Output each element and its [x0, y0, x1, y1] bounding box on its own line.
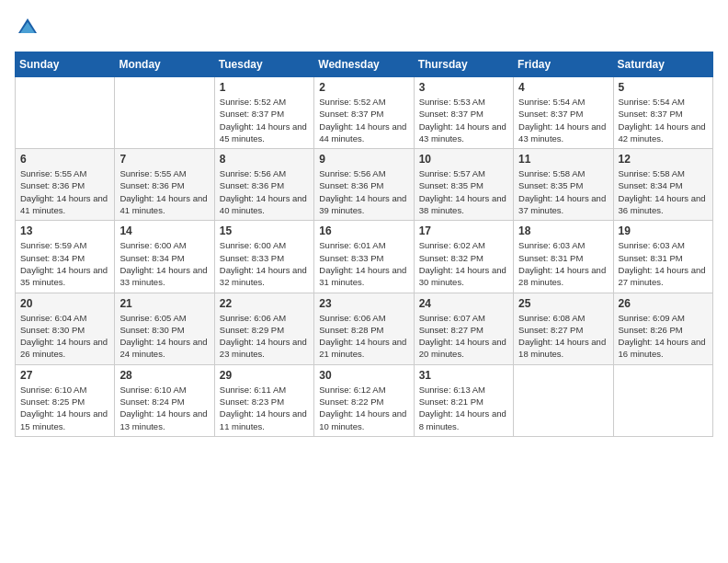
column-header-wednesday: Wednesday	[314, 52, 414, 77]
day-number: 25	[518, 297, 608, 310]
calendar-cell: 11Sunrise: 5:58 AM Sunset: 8:35 PM Dayli…	[514, 149, 613, 221]
day-number: 5	[619, 81, 708, 94]
calendar-week-row: 6Sunrise: 5:55 AM Sunset: 8:36 PM Daylig…	[16, 149, 713, 221]
day-info: Sunrise: 5:58 AM Sunset: 8:35 PM Dayligh…	[518, 167, 608, 216]
logo-icon	[15, 15, 40, 40]
calendar-cell: 7Sunrise: 5:55 AM Sunset: 8:36 PM Daylig…	[115, 149, 214, 221]
calendar-cell: 21Sunrise: 6:05 AM Sunset: 8:30 PM Dayli…	[115, 293, 214, 364]
day-number: 29	[220, 369, 309, 382]
day-number: 23	[319, 297, 408, 310]
day-info: Sunrise: 6:03 AM Sunset: 8:31 PM Dayligh…	[518, 239, 608, 288]
calendar-cell: 5Sunrise: 5:54 AM Sunset: 8:37 PM Daylig…	[613, 77, 712, 149]
day-info: Sunrise: 6:03 AM Sunset: 8:31 PM Dayligh…	[619, 239, 708, 288]
day-info: Sunrise: 6:12 AM Sunset: 8:22 PM Dayligh…	[319, 384, 408, 432]
day-info: Sunrise: 5:54 AM Sunset: 8:37 PM Dayligh…	[619, 96, 708, 144]
day-number: 8	[220, 153, 309, 166]
day-number: 15	[220, 224, 309, 237]
calendar-cell: 18Sunrise: 6:03 AM Sunset: 8:31 PM Dayli…	[514, 221, 613, 293]
day-info: Sunrise: 6:09 AM Sunset: 8:26 PM Dayligh…	[619, 312, 708, 361]
day-number: 9	[319, 153, 408, 166]
day-info: Sunrise: 5:58 AM Sunset: 8:34 PM Dayligh…	[619, 167, 708, 216]
day-info: Sunrise: 6:01 AM Sunset: 8:33 PM Dayligh…	[319, 239, 408, 288]
day-number: 16	[319, 224, 408, 237]
calendar-cell	[613, 364, 712, 436]
column-header-tuesday: Tuesday	[214, 52, 313, 77]
day-number: 14	[119, 224, 209, 237]
day-info: Sunrise: 6:02 AM Sunset: 8:32 PM Dayligh…	[419, 239, 508, 288]
calendar-cell: 26Sunrise: 6:09 AM Sunset: 8:26 PM Dayli…	[613, 293, 712, 364]
day-info: Sunrise: 6:06 AM Sunset: 8:28 PM Dayligh…	[319, 312, 408, 361]
calendar-cell: 29Sunrise: 6:11 AM Sunset: 8:23 PM Dayli…	[214, 364, 313, 436]
calendar-cell: 15Sunrise: 6:00 AM Sunset: 8:33 PM Dayli…	[214, 221, 313, 293]
day-number: 11	[518, 153, 608, 166]
day-info: Sunrise: 6:06 AM Sunset: 8:29 PM Dayligh…	[220, 312, 309, 361]
day-info: Sunrise: 5:55 AM Sunset: 8:36 PM Dayligh…	[20, 167, 109, 216]
day-info: Sunrise: 5:53 AM Sunset: 8:37 PM Dayligh…	[419, 96, 508, 144]
calendar-cell	[16, 77, 115, 149]
day-info: Sunrise: 5:52 AM Sunset: 8:37 PM Dayligh…	[220, 96, 309, 144]
calendar-cell: 8Sunrise: 5:56 AM Sunset: 8:36 PM Daylig…	[214, 149, 313, 221]
column-header-sunday: Sunday	[16, 52, 115, 77]
day-info: Sunrise: 6:00 AM Sunset: 8:34 PM Dayligh…	[119, 239, 209, 288]
day-number: 13	[20, 224, 109, 237]
day-number: 2	[319, 81, 408, 94]
calendar-cell: 16Sunrise: 6:01 AM Sunset: 8:33 PM Dayli…	[314, 221, 414, 293]
day-info: Sunrise: 5:54 AM Sunset: 8:37 PM Dayligh…	[518, 96, 608, 144]
calendar-cell: 27Sunrise: 6:10 AM Sunset: 8:25 PM Dayli…	[16, 364, 115, 436]
day-info: Sunrise: 5:56 AM Sunset: 8:36 PM Dayligh…	[319, 167, 408, 216]
day-info: Sunrise: 5:59 AM Sunset: 8:34 PM Dayligh…	[20, 239, 109, 288]
day-number: 7	[119, 153, 209, 166]
day-info: Sunrise: 6:10 AM Sunset: 8:25 PM Dayligh…	[20, 384, 109, 432]
day-number: 17	[419, 224, 508, 237]
calendar-cell: 17Sunrise: 6:02 AM Sunset: 8:32 PM Dayli…	[414, 221, 513, 293]
calendar-cell: 4Sunrise: 5:54 AM Sunset: 8:37 PM Daylig…	[514, 77, 613, 149]
day-info: Sunrise: 6:13 AM Sunset: 8:21 PM Dayligh…	[419, 384, 508, 432]
calendar-week-row: 20Sunrise: 6:04 AM Sunset: 8:30 PM Dayli…	[16, 293, 713, 364]
day-info: Sunrise: 5:52 AM Sunset: 8:37 PM Dayligh…	[319, 96, 408, 144]
day-info: Sunrise: 5:55 AM Sunset: 8:36 PM Dayligh…	[119, 167, 209, 216]
day-number: 31	[419, 369, 508, 382]
day-info: Sunrise: 6:10 AM Sunset: 8:24 PM Dayligh…	[119, 384, 209, 432]
day-number: 4	[518, 81, 608, 94]
calendar-cell: 23Sunrise: 6:06 AM Sunset: 8:28 PM Dayli…	[314, 293, 414, 364]
day-number: 27	[20, 369, 109, 382]
day-number: 3	[419, 81, 508, 94]
day-number: 18	[518, 224, 608, 237]
calendar-cell: 13Sunrise: 5:59 AM Sunset: 8:34 PM Dayli…	[16, 221, 115, 293]
page-header	[15, 15, 713, 40]
logo	[15, 15, 44, 40]
calendar-cell: 2Sunrise: 5:52 AM Sunset: 8:37 PM Daylig…	[314, 77, 414, 149]
calendar-cell: 9Sunrise: 5:56 AM Sunset: 8:36 PM Daylig…	[314, 149, 414, 221]
calendar-cell: 1Sunrise: 5:52 AM Sunset: 8:37 PM Daylig…	[214, 77, 313, 149]
calendar-cell: 25Sunrise: 6:08 AM Sunset: 8:27 PM Dayli…	[514, 293, 613, 364]
calendar-cell: 14Sunrise: 6:00 AM Sunset: 8:34 PM Dayli…	[115, 221, 214, 293]
calendar-cell: 28Sunrise: 6:10 AM Sunset: 8:24 PM Dayli…	[115, 364, 214, 436]
day-info: Sunrise: 6:11 AM Sunset: 8:23 PM Dayligh…	[220, 384, 309, 432]
day-number: 6	[20, 153, 109, 166]
calendar-table: SundayMondayTuesdayWednesdayThursdayFrid…	[15, 52, 713, 437]
column-header-monday: Monday	[115, 52, 214, 77]
calendar-cell: 20Sunrise: 6:04 AM Sunset: 8:30 PM Dayli…	[16, 293, 115, 364]
calendar-cell	[115, 77, 214, 149]
day-info: Sunrise: 5:57 AM Sunset: 8:35 PM Dayligh…	[419, 167, 508, 216]
calendar-cell: 10Sunrise: 5:57 AM Sunset: 8:35 PM Dayli…	[414, 149, 513, 221]
day-info: Sunrise: 6:08 AM Sunset: 8:27 PM Dayligh…	[518, 312, 608, 361]
day-number: 20	[20, 297, 109, 310]
day-number: 28	[119, 369, 209, 382]
calendar-cell: 22Sunrise: 6:06 AM Sunset: 8:29 PM Dayli…	[214, 293, 313, 364]
day-info: Sunrise: 6:04 AM Sunset: 8:30 PM Dayligh…	[20, 312, 109, 361]
calendar-cell: 19Sunrise: 6:03 AM Sunset: 8:31 PM Dayli…	[613, 221, 712, 293]
day-info: Sunrise: 6:07 AM Sunset: 8:27 PM Dayligh…	[419, 312, 508, 361]
calendar-cell: 24Sunrise: 6:07 AM Sunset: 8:27 PM Dayli…	[414, 293, 513, 364]
day-info: Sunrise: 6:00 AM Sunset: 8:33 PM Dayligh…	[220, 239, 309, 288]
calendar-week-row: 13Sunrise: 5:59 AM Sunset: 8:34 PM Dayli…	[16, 221, 713, 293]
column-header-friday: Friday	[514, 52, 613, 77]
day-number: 10	[419, 153, 508, 166]
day-number: 30	[319, 369, 408, 382]
calendar-cell: 30Sunrise: 6:12 AM Sunset: 8:22 PM Dayli…	[314, 364, 414, 436]
day-number: 26	[619, 297, 708, 310]
day-number: 21	[119, 297, 209, 310]
calendar-cell: 31Sunrise: 6:13 AM Sunset: 8:21 PM Dayli…	[414, 364, 513, 436]
day-info: Sunrise: 6:05 AM Sunset: 8:30 PM Dayligh…	[119, 312, 209, 361]
column-header-saturday: Saturday	[613, 52, 712, 77]
